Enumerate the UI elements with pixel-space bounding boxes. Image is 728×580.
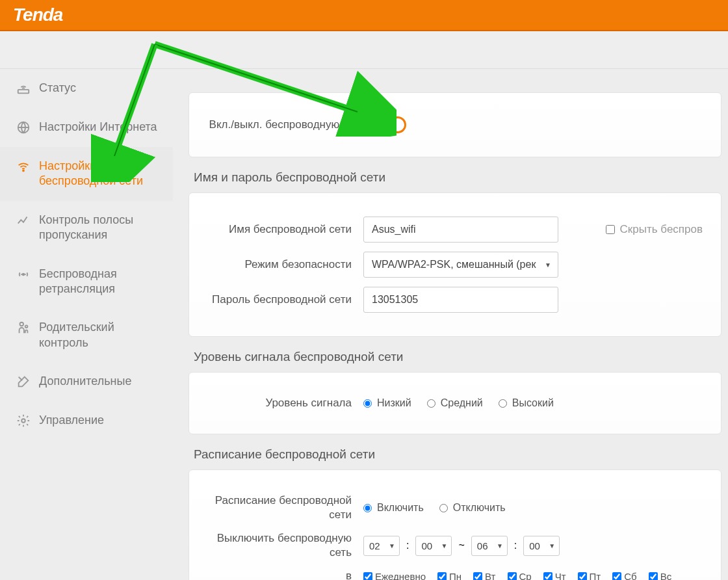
chart-icon bbox=[16, 213, 31, 228]
app-header: Tenda bbox=[0, 0, 728, 31]
schedule-enable-option[interactable]: Включить bbox=[363, 502, 424, 514]
time-h1-select[interactable]: 02 bbox=[363, 536, 400, 556]
svg-point-6 bbox=[21, 419, 25, 423]
sidebar-item-label: Статус bbox=[39, 81, 76, 96]
day-wed[interactable]: Ср bbox=[508, 571, 532, 580]
sidebar-item-wireless[interactable]: Настройки беспроводной сети bbox=[0, 147, 173, 201]
sidebar-item-label: Дополнительные bbox=[39, 374, 132, 389]
section-title-name-password: Имя и пароль беспроводной сети bbox=[194, 170, 728, 185]
day-thu[interactable]: Чт bbox=[543, 571, 566, 580]
parent-icon bbox=[16, 320, 31, 336]
schedule-label: Расписание беспроводной сети bbox=[207, 494, 363, 522]
svg-point-2 bbox=[23, 170, 24, 172]
day-mon[interactable]: Пн bbox=[437, 571, 462, 580]
gear-icon bbox=[16, 413, 31, 428]
security-select[interactable]: WPA/WPA2-PSK, смешанный (рек bbox=[363, 252, 558, 278]
signal-high-option[interactable]: Высокий bbox=[499, 397, 554, 409]
hide-ssid-option[interactable]: Скрыть беспров bbox=[606, 223, 703, 236]
sidebar-item-advanced[interactable]: Дополнительные bbox=[0, 362, 173, 401]
sidebar-item-label: Настройки Интернета bbox=[39, 120, 157, 135]
sidebar-item-label: Контроль полосы пропускания bbox=[39, 213, 162, 243]
day-daily[interactable]: Ежедневно bbox=[363, 571, 426, 580]
day-fri[interactable]: Пт bbox=[578, 571, 601, 580]
globe-icon bbox=[16, 120, 31, 135]
time-m1-select[interactable]: 00 bbox=[415, 536, 452, 556]
hide-ssid-checkbox[interactable] bbox=[606, 225, 615, 234]
signal-low-option[interactable]: Низкий bbox=[363, 397, 411, 409]
time-range: ~ bbox=[458, 540, 464, 551]
security-label: Режим безопасности bbox=[207, 257, 363, 272]
wireless-toggle[interactable] bbox=[376, 116, 406, 133]
time-m2-select[interactable]: 00 bbox=[523, 536, 560, 556]
sidebar-item-label: Управление bbox=[39, 413, 104, 428]
section-title-schedule: Расписание беспроводной сети bbox=[194, 447, 728, 462]
sidebar-item-label: Настройки беспроводной сети bbox=[39, 159, 162, 189]
ssid-input[interactable] bbox=[363, 217, 558, 243]
sidebar-item-bandwidth[interactable]: Контроль полосы пропускания bbox=[0, 201, 173, 255]
wireless-toggle-panel: Вкл./выкл. беспроводную сеть bbox=[188, 92, 722, 157]
wireless-toggle-label: Вкл./выкл. беспроводную сеть bbox=[207, 118, 376, 132]
ssid-label: Имя беспроводной сети bbox=[207, 222, 363, 237]
svg-point-5 bbox=[25, 326, 28, 328]
shutdown-label: Выключить беспроводную сеть bbox=[207, 531, 363, 560]
days-label: в bbox=[207, 569, 363, 580]
tools-icon bbox=[16, 374, 31, 389]
sidebar-item-parental[interactable]: Родительский контроль bbox=[0, 308, 173, 362]
signal-panel: Уровень сигнала Низкий Средний Высокий bbox=[188, 372, 722, 434]
time-sep: : bbox=[514, 540, 517, 551]
sidebar-item-relay[interactable]: Беспроводная ретрансляция bbox=[0, 255, 173, 309]
brand-logo: Tenda bbox=[13, 5, 62, 25]
svg-point-3 bbox=[23, 273, 25, 275]
schedule-disable-option[interactable]: Отключить bbox=[439, 502, 506, 514]
antenna-icon bbox=[16, 267, 31, 282]
sidebar-item-label: Родительский контроль bbox=[39, 320, 162, 350]
status-icon bbox=[16, 81, 31, 96]
sidebar: Статус Настройки Интернета Настройки бес… bbox=[0, 69, 173, 580]
sub-header bbox=[0, 31, 728, 69]
hide-ssid-label: Скрыть беспров bbox=[620, 223, 703, 236]
section-title-signal: Уровень сигнала беспроводной сети bbox=[194, 350, 728, 364]
day-sat[interactable]: Сб bbox=[612, 571, 636, 580]
main-container: Статус Настройки Интернета Настройки бес… bbox=[0, 69, 728, 580]
svg-rect-0 bbox=[18, 90, 29, 94]
schedule-panel: Расписание беспроводной сети Включить От… bbox=[188, 469, 722, 580]
sidebar-item-label: Беспроводная ретрансляция bbox=[39, 267, 162, 297]
sidebar-item-internet[interactable]: Настройки Интернета bbox=[0, 108, 173, 147]
signal-med-option[interactable]: Средний bbox=[427, 397, 483, 409]
time-sep: : bbox=[406, 540, 409, 551]
sidebar-item-status[interactable]: Статус bbox=[0, 69, 173, 108]
content-area: Вкл./выкл. беспроводную сеть Имя и парол… bbox=[173, 69, 728, 580]
wifi-icon bbox=[16, 159, 31, 174]
signal-label: Уровень сигнала bbox=[207, 396, 363, 410]
name-password-panel: Имя беспроводной сети Скрыть беспров Реж… bbox=[188, 192, 722, 337]
svg-point-4 bbox=[20, 323, 24, 326]
day-sun[interactable]: Вс bbox=[649, 571, 672, 580]
sidebar-item-management[interactable]: Управление bbox=[0, 401, 173, 440]
day-tue[interactable]: Вт bbox=[473, 571, 495, 580]
time-h2-select[interactable]: 06 bbox=[471, 536, 508, 556]
password-input[interactable] bbox=[363, 287, 558, 313]
password-label: Пароль беспроводной сети bbox=[207, 293, 363, 307]
